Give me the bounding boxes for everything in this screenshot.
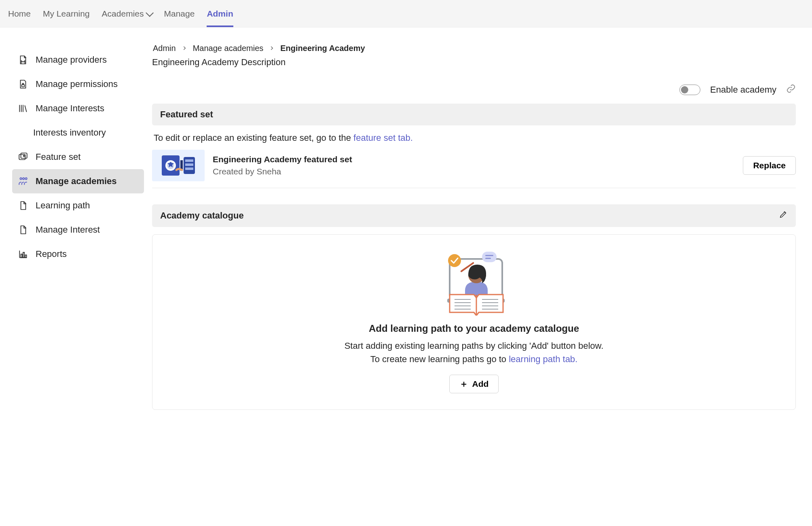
sidebar-item-manage-interest-2[interactable]: Manage Interest (12, 218, 144, 242)
section-title: Academy catalogue (160, 210, 244, 221)
sidebar-item-reports[interactable]: Reports (12, 242, 144, 266)
topnav-label: My Learning (43, 9, 90, 19)
academy-catalogue-section: Academy catalogue (152, 204, 796, 410)
svg-rect-22 (485, 255, 493, 256)
sidebar-item-manage-interests[interactable]: Manage Interests (12, 96, 144, 121)
section-title: Featured set (160, 109, 213, 120)
sidebar-item-label: Reports (36, 249, 67, 259)
sidebar-item-label: Manage permissions (36, 79, 118, 89)
academy-catalogue-header: Academy catalogue (152, 204, 796, 227)
chevron-right-icon (269, 44, 275, 53)
star-card-icon (18, 152, 28, 162)
button-label: Add (472, 379, 489, 389)
svg-point-5 (25, 178, 27, 179)
catalogue-empty-title: Add learning path to your academy catalo… (369, 323, 579, 334)
topnav-manage[interactable]: Manage (164, 0, 195, 27)
svg-rect-15 (185, 159, 193, 162)
sidebar-item-label: Feature set (36, 152, 80, 162)
breadcrumb-manage-academies[interactable]: Manage academies (193, 44, 264, 53)
link-icon[interactable] (786, 84, 796, 95)
catalogue-line2-prefix: To create new learning paths go to (370, 354, 509, 364)
admin-sidebar: Manage providers Manage permissions Mana… (0, 28, 152, 410)
sidebar-item-label: Manage Interests (36, 103, 104, 114)
main-content: Admin Manage academies Engineering Acade… (152, 28, 812, 410)
featured-set-row: Engineering Academy featured set Created… (152, 150, 796, 188)
button-label: Replace (753, 161, 786, 170)
svg-rect-6 (21, 254, 22, 258)
sidebar-item-manage-permissions[interactable]: Manage permissions (12, 72, 144, 96)
people-icon (18, 176, 28, 187)
breadcrumb-current: Engineering Academy (280, 44, 365, 53)
lock-file-icon (18, 79, 28, 89)
sidebar-item-label: Manage Interest (36, 225, 100, 235)
provider-icon (18, 55, 28, 65)
sidebar-item-interests-inventory[interactable]: Interests inventory (12, 121, 144, 145)
document-icon (18, 200, 28, 211)
document-icon (18, 225, 28, 235)
sidebar-item-manage-academies[interactable]: Manage academies (12, 169, 144, 193)
featured-set-creator: Created by Sneha (213, 167, 352, 176)
catalogue-line1: Start adding existing learning paths by … (345, 341, 604, 351)
svg-rect-8 (25, 255, 26, 258)
catalogue-empty-text: Start adding existing learning paths by … (345, 339, 604, 366)
svg-rect-16 (185, 163, 193, 166)
chart-icon (18, 249, 28, 259)
topnav-label: Admin (207, 9, 233, 19)
topnav-home[interactable]: Home (8, 0, 31, 27)
top-nav: Home My Learning Academies Manage Admin (0, 0, 812, 28)
sidebar-item-label: Manage academies (36, 176, 117, 187)
page-subtitle: Engineering Academy Description (152, 57, 812, 68)
featured-set-section: Featured set To edit or replace an exist… (152, 104, 796, 188)
featured-helper-text: To edit or replace an existing feature s… (152, 125, 796, 150)
svg-point-3 (20, 178, 21, 179)
pencil-icon[interactable] (779, 210, 788, 221)
topnav-my-learning[interactable]: My Learning (43, 0, 90, 27)
svg-rect-17 (185, 168, 193, 170)
chevron-down-icon (146, 8, 154, 17)
topnav-academies[interactable]: Academies (102, 0, 152, 27)
svg-point-4 (23, 178, 24, 179)
teacher-illustration-icon (433, 247, 514, 316)
featured-set-header: Featured set (152, 104, 796, 125)
feature-set-tab-link[interactable]: feature set tab. (353, 133, 413, 143)
featured-set-title: Engineering Academy featured set (213, 155, 352, 164)
featured-set-thumbnail (152, 150, 205, 181)
svg-rect-0 (22, 85, 25, 87)
topnav-admin[interactable]: Admin (207, 0, 233, 27)
sidebar-item-label: Interests inventory (33, 127, 106, 138)
chevron-right-icon (182, 44, 187, 53)
breadcrumb-admin[interactable]: Admin (153, 44, 176, 53)
svg-rect-23 (485, 258, 491, 259)
enable-academy-row: Enable academy (152, 68, 812, 104)
svg-point-20 (448, 254, 461, 267)
featured-set-info: Engineering Academy featured set Created… (213, 155, 352, 176)
books-icon (18, 103, 28, 114)
plus-icon: ＋ (459, 380, 468, 388)
catalogue-empty-state: Add learning path to your academy catalo… (152, 234, 796, 410)
svg-rect-7 (23, 252, 24, 258)
topnav-label: Academies (102, 9, 144, 19)
sidebar-item-label: Learning path (36, 200, 90, 211)
breadcrumb: Admin Manage academies Engineering Acade… (152, 44, 812, 53)
enable-academy-toggle[interactable] (679, 85, 700, 95)
topnav-label: Manage (164, 9, 195, 19)
sidebar-item-manage-providers[interactable]: Manage providers (12, 48, 144, 72)
learning-path-tab-link[interactable]: learning path tab. (509, 354, 577, 364)
enable-academy-label: Enable academy (710, 85, 776, 95)
helper-prefix: To edit or replace an existing feature s… (154, 133, 353, 143)
svg-rect-1 (19, 155, 25, 160)
sidebar-item-learning-path[interactable]: Learning path (12, 193, 144, 218)
sidebar-item-feature-set[interactable]: Feature set (12, 145, 144, 169)
sidebar-item-label: Manage providers (36, 55, 107, 65)
replace-button[interactable]: Replace (743, 156, 796, 175)
add-button[interactable]: ＋ Add (449, 375, 499, 393)
svg-rect-21 (482, 252, 497, 262)
topnav-label: Home (8, 9, 31, 19)
